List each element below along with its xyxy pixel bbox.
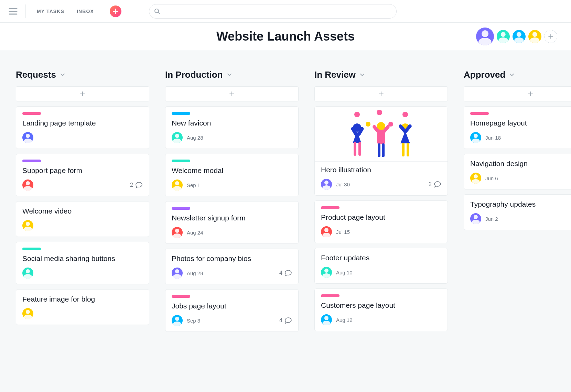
- search-bar[interactable]: [149, 4, 397, 19]
- search-input[interactable]: [164, 8, 391, 14]
- task-card[interactable]: Landing page template: [16, 106, 149, 149]
- card-comments[interactable]: 4: [279, 270, 292, 276]
- card-tag: [172, 295, 190, 298]
- add-card-button[interactable]: [16, 86, 149, 101]
- assignee-avatar[interactable]: [22, 308, 33, 319]
- assignee-avatar[interactable]: [321, 179, 332, 190]
- assignee-avatar[interactable]: [172, 132, 183, 143]
- member-avatar[interactable]: [513, 30, 526, 43]
- comment-icon: [284, 270, 292, 276]
- card-comments[interactable]: 4: [279, 317, 292, 324]
- member-avatar[interactable]: [497, 30, 510, 43]
- card-cover: [315, 107, 448, 162]
- card-title: Navigation design: [470, 160, 571, 168]
- comment-count: 4: [279, 317, 282, 324]
- assignee-avatar[interactable]: [321, 226, 332, 237]
- task-card[interactable]: Navigation design Jun 6: [464, 154, 571, 189]
- add-card-button[interactable]: [165, 86, 299, 101]
- svg-rect-24: [358, 142, 361, 156]
- assignee-avatar[interactable]: [22, 179, 33, 190]
- svg-rect-34: [402, 143, 405, 156]
- assignee-avatar[interactable]: [470, 173, 481, 184]
- card-title: Customers page layout: [321, 301, 441, 309]
- task-card[interactable]: Social media sharing buttons: [16, 242, 149, 284]
- task-card[interactable]: Typography updates Jun 2: [464, 194, 571, 230]
- member-avatar[interactable]: [476, 28, 494, 45]
- search-icon: [154, 8, 160, 14]
- card-title: Footer updates: [321, 254, 441, 262]
- card-date: Sep 3: [187, 318, 200, 324]
- svg-rect-30: [382, 143, 385, 157]
- nav-my-tasks[interactable]: MY TASKS: [31, 9, 71, 14]
- assignee-avatar[interactable]: [172, 268, 183, 279]
- assignee-avatar[interactable]: [321, 314, 332, 325]
- assignee-avatar[interactable]: [172, 179, 183, 190]
- board-column: In ProductionNew favicon Aug 28Welcome m…: [165, 69, 299, 337]
- card-title: Typography updates: [470, 200, 571, 208]
- task-card[interactable]: Customers page layout Aug 12: [314, 288, 448, 331]
- nav-inbox[interactable]: INBOX: [71, 9, 100, 14]
- add-member-button[interactable]: [544, 30, 557, 43]
- card-date: Jul 15: [336, 229, 350, 235]
- card-date: Aug 28: [187, 270, 203, 276]
- assignee-avatar[interactable]: [470, 132, 481, 143]
- card-meta: Jun 18: [470, 132, 571, 143]
- svg-rect-35: [407, 143, 409, 156]
- card-title: Product page layout: [321, 213, 441, 221]
- card-comments[interactable]: 2: [429, 181, 441, 188]
- task-card[interactable]: Feature image for blog: [16, 289, 149, 325]
- assignee-avatar[interactable]: [22, 268, 33, 279]
- column-header[interactable]: Approved: [464, 69, 571, 80]
- chevron-down-icon: [509, 73, 514, 77]
- task-card[interactable]: Welcome modal Sep 1: [165, 154, 299, 196]
- plus-icon: [113, 9, 118, 14]
- card-meta: Aug 24: [172, 227, 292, 238]
- add-card-button[interactable]: [464, 86, 571, 101]
- card-meta: [22, 268, 143, 279]
- task-card[interactable]: Product page layout Jul 15: [314, 200, 448, 243]
- column-header[interactable]: Requests: [16, 69, 149, 80]
- card-tag: [321, 294, 340, 297]
- card-date: Aug 24: [187, 230, 203, 236]
- card-date: Sep 1: [187, 182, 200, 188]
- svg-rect-29: [378, 143, 380, 157]
- assignee-avatar[interactable]: [22, 132, 33, 143]
- card-meta: Jun 2: [470, 213, 571, 224]
- column-title: Requests: [16, 69, 56, 80]
- assignee-avatar[interactable]: [172, 315, 183, 326]
- card-comments[interactable]: 2: [130, 182, 143, 188]
- member-avatar[interactable]: [528, 30, 541, 43]
- card-title: Newsletter signup form: [172, 214, 292, 222]
- card-meta: Sep 34: [172, 315, 292, 326]
- task-card[interactable]: Homepage layout Jun 18: [464, 106, 571, 149]
- assignee-avatar[interactable]: [22, 220, 33, 231]
- column-title: In Review: [314, 69, 356, 80]
- nav-divider: [25, 4, 26, 18]
- card-tag: [172, 207, 190, 210]
- comment-icon: [434, 181, 441, 188]
- column-header[interactable]: In Review: [314, 69, 448, 80]
- quick-add-button[interactable]: [110, 6, 121, 17]
- search-container: [149, 4, 397, 19]
- task-card[interactable]: Newsletter signup form Aug 24: [165, 201, 299, 244]
- task-card[interactable]: Jobs page layout Sep 34: [165, 289, 299, 332]
- menu-button[interactable]: [6, 8, 21, 15]
- card-date: Jun 18: [485, 135, 501, 141]
- card-meta: [22, 308, 143, 319]
- card-tag: [22, 112, 41, 115]
- top-nav: MY TASKS INBOX: [0, 0, 571, 23]
- assignee-avatar[interactable]: [321, 267, 332, 278]
- assignee-avatar[interactable]: [470, 213, 481, 224]
- task-card[interactable]: Photos for company bios Aug 284: [165, 249, 299, 284]
- task-card[interactable]: Footer updates Aug 10: [314, 248, 448, 284]
- add-card-button[interactable]: [314, 86, 448, 101]
- column-header[interactable]: In Production: [165, 69, 299, 80]
- task-card[interactable]: Hero illustration Jul 302: [314, 106, 448, 196]
- project-members: [476, 28, 557, 45]
- task-card[interactable]: New favicon Aug 28: [165, 106, 299, 149]
- card-meta: 2: [22, 179, 143, 190]
- task-card[interactable]: Support page form 2: [16, 154, 149, 196]
- task-card[interactable]: Welcome video: [16, 201, 149, 237]
- assignee-avatar[interactable]: [172, 227, 183, 238]
- board-column: ApprovedHomepage layout Jun 18Navigation…: [464, 69, 571, 235]
